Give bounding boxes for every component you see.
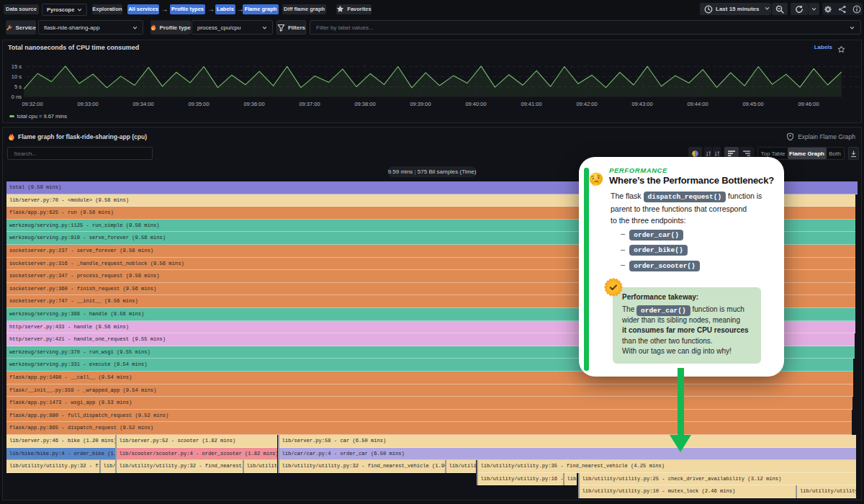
svg-text:09:37:00: 09:37:00 <box>299 101 320 107</box>
svg-text:09:35:00: 09:35:00 <box>188 101 209 107</box>
svg-text:09:41:00: 09:41:00 <box>521 101 541 107</box>
svg-text:15 s: 15 s <box>12 63 22 70</box>
svg-text:09:38:00: 09:38:00 <box>354 101 375 107</box>
svg-text:09:43:00: 09:43:00 <box>631 101 652 107</box>
svg-text:09:39:00: 09:39:00 <box>410 101 431 107</box>
svg-text:09:42:00: 09:42:00 <box>576 101 597 107</box>
svg-text:09:33:00: 09:33:00 <box>77 101 98 107</box>
svg-text:5 s: 5 s <box>14 84 22 90</box>
svg-text:09:34:00: 09:34:00 <box>132 101 153 107</box>
svg-text:09:36:00: 09:36:00 <box>243 101 264 107</box>
svg-text:09:32:00: 09:32:00 <box>22 101 42 107</box>
svg-text:0 ns: 0 ns <box>12 94 22 100</box>
svg-text:09:40:00: 09:40:00 <box>465 101 486 107</box>
svg-text:09:45:00: 09:45:00 <box>742 101 763 107</box>
svg-text:10 s: 10 s <box>12 73 22 80</box>
svg-text:09:44:00: 09:44:00 <box>687 101 708 107</box>
svg-text:09:46:00: 09:46:00 <box>798 101 819 107</box>
